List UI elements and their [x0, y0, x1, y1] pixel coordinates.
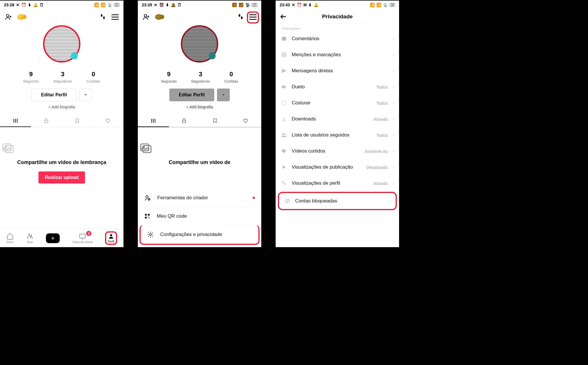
- setting-blocked[interactable]: Contas bloqueadas ›: [278, 192, 397, 210]
- empty-state: Compartilhe um vídeo de: [138, 141, 261, 166]
- empty-title: Compartilhe um vídeo de: [138, 159, 261, 166]
- mute-icon: ✕: [16, 3, 20, 7]
- svg-point-2: [103, 16, 105, 19]
- stat-likes[interactable]: 0 Curtidas: [224, 71, 238, 83]
- bell-icon: 🔔: [314, 3, 318, 7]
- edit-profile-button[interactable]: Editar Perfil: [32, 89, 76, 101]
- screen-profile: 23:28 ✕ ⏰ ⬇ 🔔 🗒 📶 📶 📡 32: [0, 1, 123, 247]
- profile-stats: 9 Seguindo 3 Seguidores 0 Curtidas: [0, 71, 123, 83]
- edit-row: Editar Perfil: [0, 89, 123, 101]
- tab-private[interactable]: [31, 115, 62, 127]
- note-icon: 🗒: [177, 3, 181, 7]
- bottom-nav: Início Now + 2 Caixa de entrad Perfil: [0, 229, 123, 247]
- stat-following[interactable]: 9 Seguindo: [161, 71, 177, 83]
- wifi-icon: 📡: [107, 3, 112, 7]
- stat-followers[interactable]: 3 Seguidores: [191, 71, 210, 83]
- chevron-icon: ›: [392, 36, 394, 41]
- mute-icon: ✕: [292, 3, 295, 7]
- setting-comments[interactable]: Comentários ›: [276, 31, 399, 47]
- svg-point-30: [283, 181, 284, 183]
- menu-icon[interactable]: [111, 14, 119, 20]
- tab-private[interactable]: [169, 115, 200, 127]
- setting-dm[interactable]: Mensagens diretas ›: [276, 63, 399, 79]
- edit-row: Editar Perfil: [138, 89, 261, 101]
- tab-liked[interactable]: [93, 115, 124, 127]
- sheet-creator-tools[interactable]: Ferramentas do criador: [138, 189, 261, 207]
- signal-icon: 📶: [94, 3, 99, 7]
- block-icon: [284, 198, 291, 204]
- screen-privacy: 23:43 ✕ ⏰ M ⬇ 🔔 📶 📶 📡 30 Privacidade Int…: [276, 1, 399, 247]
- nav-now[interactable]: Now: [26, 233, 34, 244]
- footprint-icon[interactable]: [99, 13, 106, 21]
- chevron-icon: ›: [392, 149, 394, 154]
- coins-icon[interactable]: [155, 14, 163, 20]
- profile-topbar: [0, 9, 123, 22]
- upload-button[interactable]: Realizar upload: [38, 171, 85, 184]
- footprint-icon[interactable]: [237, 13, 244, 21]
- add-friend-icon[interactable]: [5, 13, 12, 21]
- empty-image-icon: [0, 141, 123, 155]
- chevron-icon: ›: [392, 181, 394, 186]
- setting-post-views[interactable]: Visualizações de publicação Desativado ›: [276, 159, 399, 175]
- add-friend-icon[interactable]: [142, 13, 150, 21]
- bell-icon: 🔔: [171, 3, 176, 7]
- svg-point-8: [110, 234, 112, 236]
- profile-topbar: [138, 9, 261, 22]
- setting-downloads[interactable]: Downloads Ativado ›: [276, 111, 399, 127]
- stitch-icon: [281, 100, 287, 106]
- svg-point-23: [282, 53, 286, 57]
- tab-saved[interactable]: [200, 115, 231, 127]
- setting-stitch[interactable]: Costurar Todos ›: [276, 95, 399, 111]
- back-icon[interactable]: [280, 13, 287, 20]
- nav-inbox[interactable]: 2 Caixa de entrad: [72, 233, 93, 244]
- nav-home[interactable]: Início: [6, 233, 14, 244]
- nav-profile[interactable]: Perfil: [105, 231, 117, 245]
- status-bar: 23:43 ✕ ⏰ M ⬇ 🔔 📶 📶 📡 30: [276, 1, 399, 9]
- avatar-highlight: [43, 25, 80, 63]
- empty-image-icon: [138, 141, 261, 155]
- tab-saved[interactable]: [62, 115, 93, 127]
- sheet-qr[interactable]: Meu QR code: [138, 207, 261, 225]
- svg-point-24: [283, 54, 285, 56]
- setting-following-list[interactable]: Lista de usuários seguidos Todos ›: [276, 127, 399, 143]
- qr-icon: [144, 213, 150, 219]
- svg-rect-17: [145, 214, 147, 216]
- heart-icon: [281, 148, 287, 154]
- add-bio-link[interactable]: + Add biografia: [0, 105, 123, 109]
- setting-liked[interactable]: Vídeos curtidos Somente eu ›: [276, 143, 399, 159]
- avatar[interactable]: [45, 27, 79, 61]
- edit-profile-button[interactable]: Editar Perfil: [169, 89, 214, 101]
- stat-likes[interactable]: 0 Curtidas: [86, 71, 100, 83]
- sheet-settings[interactable]: Configurações e privacidade: [140, 225, 260, 245]
- svg-point-10: [239, 14, 240, 17]
- signal-icon-2: 📶: [239, 3, 243, 7]
- nav-create[interactable]: +: [46, 233, 60, 243]
- setting-duet[interactable]: Dueto Todos ›: [276, 79, 399, 95]
- stat-following[interactable]: 9 Seguindo: [23, 71, 39, 83]
- avatar[interactable]: [182, 27, 217, 61]
- mail-icon: M: [303, 3, 307, 7]
- alarm-icon: ⏰: [297, 3, 302, 7]
- tab-grid[interactable]: [0, 115, 31, 127]
- stat-followers[interactable]: 3 Seguidores: [53, 71, 72, 83]
- sheet-label: Ferramentas do criador: [157, 195, 208, 201]
- section-header: Interações: [276, 24, 399, 31]
- setting-profile-views[interactable]: Visualizações de perfil Ativado ›: [276, 175, 399, 191]
- profile-more-button[interactable]: [79, 89, 92, 101]
- signal-icon-2: 📶: [101, 3, 106, 7]
- battery-level: 30: [390, 3, 395, 7]
- chevron-icon: ›: [392, 116, 394, 122]
- tab-liked[interactable]: [231, 115, 262, 127]
- avatar-add-badge[interactable]: [71, 52, 78, 59]
- add-bio-link[interactable]: + Add biografia: [138, 105, 261, 109]
- setting-mentions[interactable]: Menções e marcações ›: [276, 47, 399, 63]
- status-time: 23:29: [142, 3, 152, 7]
- tab-grid[interactable]: [138, 115, 169, 127]
- svg-rect-27: [282, 101, 286, 105]
- svg-rect-18: [148, 214, 150, 216]
- svg-point-29: [284, 134, 286, 135]
- avatar-add-badge[interactable]: [209, 52, 216, 59]
- profile-more-button[interactable]: [217, 89, 230, 101]
- coins-icon[interactable]: [17, 14, 25, 20]
- chevron-icon: ›: [392, 100, 394, 106]
